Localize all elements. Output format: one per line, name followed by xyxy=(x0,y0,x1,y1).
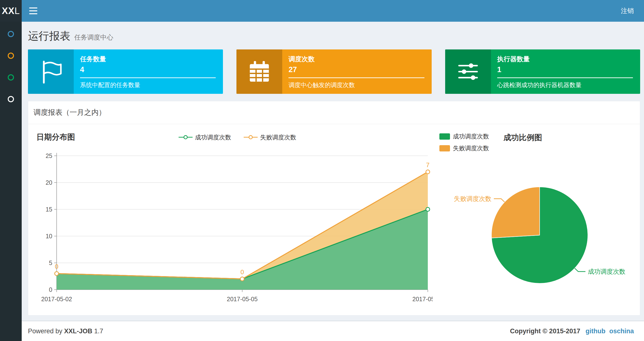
svg-text:2017-05-05: 2017-05-05 xyxy=(227,296,258,302)
sidebar-item-menu-blue[interactable] xyxy=(0,30,22,38)
info-box-jobs: 任务数量 4 系统中配置的任务数量 xyxy=(28,50,223,94)
panel-body: 日期分布图 成功调度次数失败调度次数 05101520252017-05-022… xyxy=(28,124,640,315)
panel-title: 调度报表（一月之内） xyxy=(28,101,640,124)
footer-links: github oschina xyxy=(586,327,634,335)
info-box-title: 调度次数 xyxy=(288,55,424,64)
flag-icon xyxy=(28,50,74,94)
info-box-value: 4 xyxy=(80,65,216,74)
legend-swatch-icon xyxy=(440,133,450,140)
svg-text:0: 0 xyxy=(240,268,244,276)
legend-label: 成功调度次数 xyxy=(195,133,231,141)
app-logo-light: L xyxy=(14,6,20,16)
sidebar-item-menu-green[interactable] xyxy=(0,73,22,82)
svg-text:2017-05-02: 2017-05-02 xyxy=(41,296,72,302)
calendar-icon xyxy=(236,50,282,94)
svg-text:2017-05-08: 2017-05-08 xyxy=(412,296,433,302)
info-box-description: 调度中心触发的调度次数 xyxy=(288,81,424,89)
info-box-value: 27 xyxy=(288,65,424,74)
page-header: 运行报表 任务调度中心 xyxy=(28,29,640,43)
pie-legend-item-1[interactable]: 失败调度次数 xyxy=(440,144,489,152)
pie-legend-item-0[interactable]: 成功调度次数 xyxy=(440,132,489,140)
info-box-title: 执行器数量 xyxy=(497,55,633,64)
info-box-body: 调度次数 27 调度中心触发的调度次数 xyxy=(282,50,432,94)
pie-chart-header: 成功调度次数失败调度次数 成功比例图 xyxy=(438,132,634,152)
svg-text:5: 5 xyxy=(49,259,52,266)
line-chart-legend: 成功调度次数失败调度次数 xyxy=(178,133,296,141)
info-box-description: 心跳检测成功的执行器机器数量 xyxy=(497,81,633,89)
svg-text:10: 10 xyxy=(46,233,52,239)
app-logo-bold: XX xyxy=(2,6,15,16)
info-box-body: 执行器数量 1 心跳检测成功的执行器机器数量 xyxy=(491,50,640,94)
hamburger-icon xyxy=(29,8,37,9)
pie-chart-section: 成功调度次数失败调度次数 成功比例图 成功调度次数失败调度次数 xyxy=(438,130,634,311)
page-title: 运行报表 xyxy=(28,29,70,43)
navbar-right-area: 注销 xyxy=(22,0,644,22)
svg-text:15: 15 xyxy=(46,206,52,213)
circle-icon xyxy=(8,96,14,102)
app-logo[interactable]: XXL xyxy=(0,0,22,22)
legend-swatch-icon xyxy=(440,145,450,151)
line-marker-icon xyxy=(244,135,258,140)
oschina-link[interactable]: oschina xyxy=(609,327,634,335)
svg-text:成功调度次数: 成功调度次数 xyxy=(588,268,626,275)
date-distribution-chart: 05101520252017-05-022017-05-052017-05-08… xyxy=(32,145,438,311)
svg-text:0: 0 xyxy=(55,263,58,270)
main-column: 运行报表 任务调度中心 任务数量 4 xyxy=(22,22,644,341)
svg-text:20: 20 xyxy=(46,179,52,186)
svg-text:失败调度次数: 失败调度次数 xyxy=(454,195,492,202)
svg-text:7: 7 xyxy=(426,161,430,169)
report-panel: 调度报表（一月之内） 日期分布图 成功调度次数失败调度次数 0510152025… xyxy=(28,101,640,315)
github-link[interactable]: github xyxy=(586,327,606,335)
line-chart-title: 日期分布图 xyxy=(36,132,178,143)
info-box-value: 1 xyxy=(497,65,633,74)
pie-chart-legend: 成功调度次数失败调度次数 xyxy=(440,132,489,152)
logout-link[interactable]: 注销 xyxy=(611,0,644,22)
svg-text:0: 0 xyxy=(49,286,52,293)
sidebar-menu xyxy=(0,22,22,341)
legend-label: 成功调度次数 xyxy=(453,132,489,140)
info-box-description: 系统中配置的任务数量 xyxy=(80,81,216,89)
divider xyxy=(288,77,424,78)
sidebar-item-menu-orange[interactable] xyxy=(0,52,22,60)
svg-text:25: 25 xyxy=(46,152,52,159)
footer-right: Copyright © 2015-2017 github oschina xyxy=(510,327,634,335)
date-distribution-chart-svg: 05101520252017-05-022017-05-052017-05-08… xyxy=(32,145,433,310)
page-subtitle: 任务调度中心 xyxy=(74,33,113,42)
powered-by: Powered by XXL-JOB 1.7 xyxy=(28,327,103,335)
info-box-executors: 执行器数量 1 心跳检测成功的执行器机器数量 xyxy=(445,50,640,94)
sliders-icon xyxy=(445,50,491,94)
sidebar-item-menu-white[interactable] xyxy=(0,95,22,103)
xxl-job-dashboard: XXL 注销 运行报表 任务调度中心 xyxy=(0,0,644,341)
content-area: 运行报表 任务调度中心 任务数量 4 xyxy=(22,22,644,321)
line-chart-section: 日期分布图 成功调度次数失败调度次数 05101520252017-05-022… xyxy=(32,130,438,311)
success-ratio-pie-svg: 成功调度次数失败调度次数 xyxy=(438,158,634,308)
info-box-body: 任务数量 4 系统中配置的任务数量 xyxy=(74,50,223,94)
pie-chart-title: 成功比例图 xyxy=(504,132,542,143)
success-ratio-pie-chart: 成功调度次数失败调度次数 xyxy=(438,152,634,309)
page-footer: Powered by XXL-JOB 1.7 Copyright © 2015-… xyxy=(22,321,644,341)
legend-item-0[interactable]: 成功调度次数 xyxy=(178,133,231,141)
page-wrapper: 运行报表 任务调度中心 任务数量 4 xyxy=(0,22,644,341)
legend-label: 失败调度次数 xyxy=(260,133,296,141)
divider xyxy=(497,77,633,78)
top-navbar: XXL 注销 xyxy=(0,0,644,22)
circle-icon xyxy=(8,31,14,37)
info-box-triggers: 调度次数 27 调度中心触发的调度次数 xyxy=(236,50,432,94)
legend-label: 失败调度次数 xyxy=(453,144,489,152)
line-marker-icon xyxy=(178,135,192,140)
legend-item-1[interactable]: 失败调度次数 xyxy=(244,133,296,141)
sidebar-toggle-button[interactable] xyxy=(22,0,45,22)
circle-icon xyxy=(8,53,14,59)
info-box-title: 任务数量 xyxy=(80,55,216,64)
circle-icon xyxy=(8,74,14,81)
info-box-row: 任务数量 4 系统中配置的任务数量 xyxy=(28,50,640,94)
divider xyxy=(80,77,216,78)
copyright-text: Copyright © 2015-2017 xyxy=(510,327,580,335)
line-chart-header: 日期分布图 成功调度次数失败调度次数 xyxy=(32,130,438,145)
